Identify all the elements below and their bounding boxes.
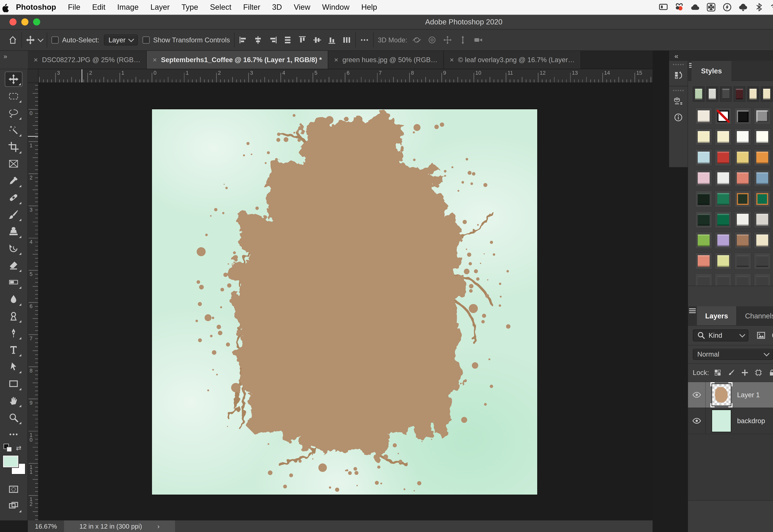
style-swatch[interactable]	[754, 128, 771, 145]
tool-blur[interactable]	[5, 292, 23, 307]
artboard-lock-button[interactable]	[755, 369, 762, 377]
tool-dodge[interactable]	[5, 308, 23, 324]
style-swatch[interactable]	[734, 149, 751, 166]
menu-filter[interactable]: Filter	[237, 3, 266, 12]
canvas[interactable]	[152, 109, 538, 495]
home-button[interactable]	[8, 36, 17, 44]
pinwheel-icon[interactable]	[706, 2, 716, 12]
screen-mode-button[interactable]	[5, 498, 23, 513]
apple-logo-icon[interactable]	[0, 2, 10, 12]
close-tab-icon[interactable]: ×	[334, 56, 338, 64]
align-top-button[interactable]	[298, 36, 307, 44]
foreground-color-swatch[interactable]	[3, 455, 18, 467]
pan-3d-button[interactable]	[443, 35, 452, 45]
brush-small-button[interactable]	[727, 369, 735, 377]
menu-3d[interactable]: 3D	[266, 3, 288, 12]
tool-edit-toolbar[interactable]	[5, 427, 23, 442]
style-swatch[interactable]	[754, 253, 771, 270]
recent-style-swatch[interactable]	[706, 86, 718, 102]
style-swatch[interactable]	[695, 211, 712, 228]
tool-hand[interactable]	[5, 393, 23, 408]
layer-name[interactable]: Layer 1	[737, 391, 760, 399]
tool-pen[interactable]	[5, 325, 23, 341]
bolt-circle-icon[interactable]	[722, 2, 732, 12]
quick-mask-button[interactable]	[5, 482, 23, 497]
bluetooth-icon[interactable]	[754, 2, 764, 12]
tool-eyedropper[interactable]	[5, 173, 23, 188]
style-swatch[interactable]	[695, 190, 712, 208]
panel-grabber[interactable]	[672, 63, 685, 66]
tool-crop[interactable]	[5, 139, 23, 155]
recent-style-swatch[interactable]	[747, 86, 759, 102]
layer-name[interactable]: backdrop	[737, 417, 765, 425]
auto-select-target-dropdown[interactable]: Layer	[104, 34, 138, 45]
style-swatch[interactable]	[734, 211, 751, 228]
style-swatch[interactable]	[695, 128, 712, 145]
style-swatch[interactable]	[754, 211, 771, 228]
document-info[interactable]: 12 in x 12 in (300 ppi) ›	[64, 520, 175, 532]
cloud-icon[interactable]	[690, 2, 700, 12]
style-swatch[interactable]	[734, 170, 751, 187]
style-swatch[interactable]	[715, 170, 732, 187]
adjust-button[interactable]	[771, 331, 773, 340]
lock-checker-button[interactable]	[714, 369, 722, 377]
tool-marquee[interactable]	[5, 88, 23, 104]
style-swatch[interactable]	[734, 253, 751, 270]
document-tab[interactable]: ×DSC08272.JPG @ 25% (RGB…	[28, 51, 147, 69]
style-swatch[interactable]	[734, 232, 751, 249]
image-filter-button[interactable]	[757, 331, 765, 340]
camera-3d-button[interactable]	[474, 35, 483, 45]
menu-help[interactable]: Help	[355, 3, 383, 12]
document-tab[interactable]: ×© leaf overlay3.png @ 16.7% (Layer…	[444, 51, 581, 69]
info-panel-button[interactable]	[669, 109, 688, 125]
blend-mode-dropdown[interactable]: Normal	[693, 349, 773, 360]
tab-layers[interactable]: Layers	[697, 306, 737, 325]
tool-rectangle[interactable]	[5, 376, 23, 391]
panel-grabber[interactable]	[672, 89, 685, 92]
menu-photoshop[interactable]: Photoshop	[10, 3, 62, 12]
tool-move[interactable]	[5, 72, 23, 87]
dist-h-button[interactable]	[342, 36, 351, 44]
style-swatch[interactable]	[715, 190, 732, 208]
tool-gradient[interactable]	[5, 275, 23, 290]
style-swatch[interactable]	[695, 170, 712, 187]
style-swatch[interactable]	[754, 149, 771, 166]
tool-path-select[interactable]	[5, 359, 23, 374]
tool-type[interactable]	[5, 342, 23, 358]
layer-visibility-toggle[interactable]	[688, 408, 706, 434]
recent-style-swatch[interactable]	[720, 86, 732, 102]
auto-select-checkbox[interactable]: Auto-Select:	[51, 36, 99, 44]
menu-edit[interactable]: Edit	[86, 3, 111, 12]
align-right-button[interactable]	[268, 36, 277, 44]
layer-filter-kind-dropdown[interactable]: Kind	[693, 329, 748, 342]
style-swatch[interactable]	[695, 273, 712, 286]
zoom-level-field[interactable]: 16.67%	[28, 523, 64, 530]
document-tab[interactable]: ×Septemberhs1_Coffee @ 16.7% (Layer 1, R…	[147, 51, 328, 69]
style-swatch[interactable]	[754, 190, 771, 208]
move-small-button[interactable]	[741, 369, 749, 377]
move-tool-preset[interactable]	[26, 36, 43, 44]
style-swatch[interactable]	[695, 253, 712, 270]
layer-row-backdrop[interactable]: backdrop	[688, 408, 773, 434]
tool-clone-stamp[interactable]	[5, 224, 23, 239]
horizontal-ruler[interactable]: 3210123456789101112131415	[38, 69, 653, 83]
tool-healing-brush[interactable]	[5, 190, 23, 205]
recent-style-swatch[interactable]	[693, 86, 705, 102]
vertical-ruler[interactable]: 0123456789101112	[28, 83, 38, 521]
slide-3d-button[interactable]	[458, 35, 468, 45]
toolbar-expand-button[interactable]: »	[0, 51, 28, 69]
tool-frame[interactable]	[5, 156, 23, 171]
tool-eraser[interactable]	[5, 258, 23, 273]
style-swatch[interactable]	[734, 128, 751, 145]
layer-row-layer-1[interactable]: Layer 1	[688, 382, 773, 408]
style-swatch[interactable]	[754, 232, 771, 249]
orbit-3d-button[interactable]	[412, 35, 421, 45]
tool-quick-select[interactable]	[5, 122, 23, 138]
style-swatch[interactable]	[715, 273, 732, 286]
menu-image[interactable]: Image	[111, 3, 145, 12]
close-tab-icon[interactable]: ×	[34, 56, 38, 64]
style-swatch[interactable]	[715, 232, 732, 249]
style-swatch[interactable]	[715, 253, 732, 270]
menu-view[interactable]: View	[288, 3, 316, 12]
style-swatch[interactable]	[754, 170, 771, 187]
